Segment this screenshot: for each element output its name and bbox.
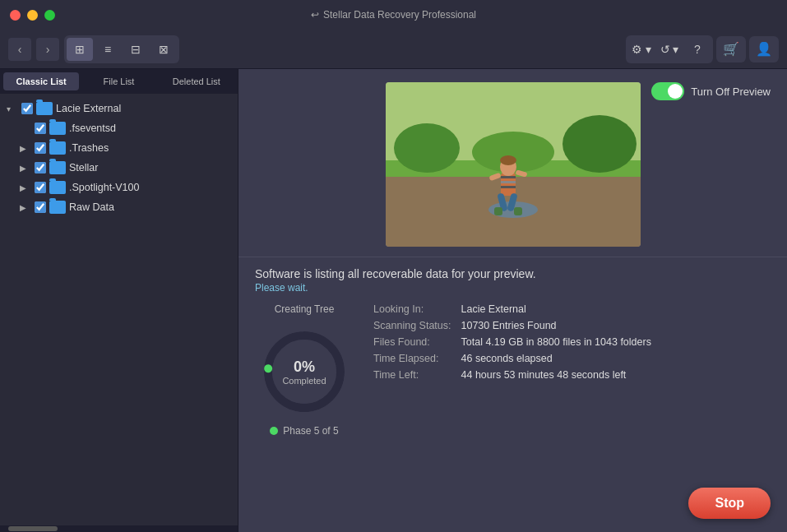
tab-classic-list[interactable]: Classic List [3, 72, 79, 90]
tab-deleted-list[interactable]: Deleted List [159, 72, 234, 90]
preview-image-container [386, 82, 641, 247]
sidebar-tree: ▾ Lacie External .fseventsd ▶ .Trashes [0, 94, 238, 525]
tree-checkbox-trashes[interactable] [35, 142, 46, 154]
folder-icon [49, 161, 66, 174]
tree-checkbox-lacie[interactable] [21, 103, 33, 114]
tree-item-spotlight[interactable]: ▶ .Spotlight-V100 [0, 178, 238, 197]
progress-container: Creating Tree 0% Completed [255, 303, 354, 437]
back-arrow-icon: ↩ [311, 9, 319, 21]
view-grid-button[interactable]: ⊞ [67, 38, 93, 61]
tab-file-list[interactable]: File List [81, 72, 156, 90]
preview-toggle-label: Turn Off Preview [691, 86, 771, 98]
tree-label-stellar: Stellar [69, 162, 231, 173]
content-wrapper: Turn Off Preview Software is listing all… [238, 69, 787, 532]
tree-item-rawdata[interactable]: ▶ Raw Data [0, 197, 238, 217]
scanning-label: Scanning Status: [373, 320, 451, 331]
view-cover-button[interactable]: ⊠ [150, 38, 177, 61]
view-options-group: ⊞ ≡ ⊟ ⊠ [64, 35, 179, 63]
tree-checkbox-fseventsd[interactable] [35, 123, 46, 134]
preview-toggle-switch[interactable] [651, 82, 684, 100]
tree-label-lacie: Lacie External [56, 103, 231, 114]
svg-rect-17 [494, 207, 502, 215]
progress-percent: 0% [282, 359, 326, 376]
sidebar-tabs: Classic List File List Deleted List [0, 69, 238, 94]
tree-item-trashes[interactable]: ▶ .Trashes [0, 138, 238, 158]
tree-item-lacie-external[interactable]: ▾ Lacie External [0, 99, 238, 118]
creating-tree-label: Creating Tree [275, 303, 335, 315]
tree-checkbox-stellar[interactable] [35, 162, 46, 173]
tree-item-fseventsd[interactable]: .fseventsd [0, 118, 238, 138]
window-title: Stellar Data Recovery Professional [323, 9, 476, 21]
tree-label-spotlight: .Spotlight-V100 [69, 182, 231, 193]
tree-arrow-icon: ▶ [20, 144, 31, 153]
svg-rect-10 [501, 186, 516, 188]
separator [238, 257, 787, 257]
svg-rect-18 [514, 207, 522, 215]
folder-icon [49, 201, 66, 214]
tree-arrow-icon: ▶ [20, 183, 31, 192]
toggle-knob [668, 84, 683, 99]
tree-label-fseventsd: .fseventsd [69, 123, 231, 134]
svg-point-4 [562, 115, 637, 173]
tree-arrow-icon: ▶ [20, 164, 31, 173]
folder-icon [49, 141, 66, 155]
help-button[interactable]: ? [684, 38, 711, 61]
main-layout: Classic List File List Deleted List ▾ La… [0, 69, 787, 532]
svg-rect-9 [501, 181, 516, 183]
scrollbar-thumb[interactable] [8, 526, 58, 531]
status-body: Creating Tree 0% Completed [255, 303, 771, 437]
folder-icon [49, 181, 66, 194]
phase-label: Phase 5 of 5 [283, 425, 338, 437]
settings-button[interactable]: ⚙ ▾ [628, 38, 655, 61]
elapsed-label: Time Elapsed: [373, 353, 451, 364]
files-label: Files Found: [373, 336, 451, 348]
time-left-value: 44 hours 53 minutes 48 seconds left [461, 369, 651, 381]
view-columns-button[interactable]: ⊟ [123, 38, 149, 61]
tree-item-stellar[interactable]: ▶ Stellar [0, 158, 238, 178]
time-left-label: Time Left: [373, 369, 451, 381]
toolbar: ‹ › ⊞ ≡ ⊟ ⊠ ⚙ ▾ ↺ ▾ ? 🛒 👤 [0, 30, 787, 69]
status-section: Software is listing all recoverable data… [255, 267, 771, 519]
preview-section: Turn Off Preview [255, 82, 771, 247]
maximize-button[interactable] [44, 10, 55, 21]
tree-label-rawdata: Raw Data [69, 201, 231, 213]
looking-in-value: Lacie External [461, 303, 651, 315]
traffic-lights [10, 10, 55, 21]
tree-arrow-icon: ▶ [20, 203, 31, 212]
svg-point-12 [500, 155, 516, 165]
stop-button[interactable]: Stop [688, 488, 771, 519]
action-group: ⚙ ▾ ↺ ▾ ? [626, 35, 713, 63]
preview-toggle: Turn Off Preview [651, 82, 771, 100]
phase-dot [270, 427, 278, 435]
sidebar-scrollbar[interactable] [0, 525, 238, 532]
stop-button-container: Stop [688, 488, 771, 519]
elapsed-value: 46 seconds elapsed [461, 353, 651, 364]
view-list-button[interactable]: ≡ [95, 38, 121, 61]
tree-label-trashes: .Trashes [69, 142, 231, 154]
folder-icon [49, 122, 66, 135]
scanning-value: 10730 Entries Found [461, 320, 651, 331]
progress-circle: 0% Completed [259, 326, 350, 417]
sidebar: Classic List File List Deleted List ▾ La… [0, 69, 238, 532]
toolbar-right: 🛒 👤 [716, 36, 779, 62]
window-title-area: ↩ Stellar Data Recovery Professional [311, 9, 476, 21]
nav-back-button[interactable]: ‹ [8, 38, 31, 61]
folder-icon [36, 102, 53, 115]
progress-label: Completed [282, 376, 326, 386]
tree-arrow-icon: ▾ [7, 104, 18, 113]
close-button[interactable] [10, 10, 21, 21]
info-grid: Looking In: Lacie External Scanning Stat… [373, 303, 651, 381]
tree-checkbox-rawdata[interactable] [35, 201, 46, 213]
cart-button[interactable]: 🛒 [716, 36, 746, 62]
title-bar: ↩ Stellar Data Recovery Professional [0, 0, 787, 30]
status-sub-text: Please wait. [255, 282, 771, 294]
files-value: Total 4.19 GB in 8800 files in 1043 fold… [461, 336, 651, 348]
minimize-button[interactable] [27, 10, 38, 21]
tree-checkbox-spotlight[interactable] [35, 182, 46, 193]
content-area: Turn Off Preview Software is listing all… [238, 69, 787, 532]
nav-forward-button[interactable]: › [36, 38, 59, 61]
svg-rect-8 [501, 176, 516, 178]
status-main-text: Software is listing all recoverable data… [255, 267, 771, 280]
restore-button[interactable]: ↺ ▾ [656, 38, 683, 61]
account-button[interactable]: 👤 [749, 36, 779, 62]
